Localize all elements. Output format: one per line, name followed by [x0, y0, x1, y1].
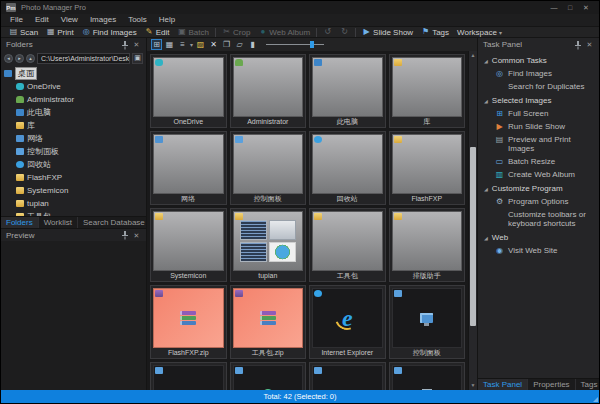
- toolbar-rotate-left[interactable]: [319, 26, 336, 38]
- close-icon[interactable]: [132, 40, 141, 49]
- task-item-search-for-duplicates[interactable]: Search for Duplicates: [478, 80, 599, 93]
- sort-button[interactable]: [177, 39, 188, 50]
- menu-images[interactable]: Images: [84, 14, 122, 26]
- slider-thumb[interactable]: [310, 41, 314, 48]
- zoom-slider[interactable]: [266, 40, 324, 49]
- menu-tools[interactable]: Tools: [122, 14, 153, 26]
- grid-item-item[interactable]: 控制面板: [389, 285, 466, 359]
- toolbar-batch[interactable]: Batch: [174, 26, 213, 38]
- grid-item-app-windows[interactable]: [150, 362, 227, 390]
- grid-item-item[interactable]: 库: [389, 54, 466, 128]
- toolbar-scan[interactable]: Scan: [5, 26, 42, 38]
- tree-item-item[interactable]: 库: [1, 119, 146, 132]
- up-button[interactable]: ▴: [26, 54, 35, 63]
- grid-item-item[interactable]: 工具包: [309, 208, 386, 282]
- grid-item-item[interactable]: 回收站: [309, 131, 386, 205]
- grid-item-flashfxp-zip[interactable]: FlashFXP.zip: [150, 285, 227, 359]
- tab-worklist[interactable]: Worklist: [39, 217, 78, 228]
- task-section-selected-images[interactable]: ◢Selected Images: [478, 93, 599, 107]
- toolbar-workspace[interactable]: Workspace▾: [453, 26, 506, 38]
- back-button[interactable]: ◂: [4, 54, 13, 63]
- grid-item-app-edge[interactable]: [230, 362, 307, 390]
- tree-item-flashfxp[interactable]: FlashFXP: [1, 171, 146, 184]
- task-item-program-options[interactable]: Program Options: [478, 195, 599, 208]
- grid-item-internet-explorer[interactable]: eInternet Explorer: [309, 285, 386, 359]
- delete-button[interactable]: [208, 39, 219, 50]
- tree-item-item[interactable]: 网络: [1, 132, 146, 145]
- resize-grip[interactable]: [593, 397, 598, 402]
- grid-item-systemicon[interactable]: Systemicon: [150, 208, 227, 282]
- tree-item-item[interactable]: 此电脑: [1, 106, 146, 119]
- tree-item-systemicon[interactable]: Systemicon: [1, 184, 146, 197]
- erase-button[interactable]: [247, 39, 258, 50]
- grid-item-tupian[interactable]: tupian: [230, 208, 307, 282]
- close-icon[interactable]: [132, 231, 141, 240]
- tree-item-administrator[interactable]: Administrator: [1, 93, 146, 106]
- task-item-preview-and-print-images[interactable]: Preview and Print Images: [478, 133, 599, 155]
- grid-item-onedrive[interactable]: OneDrive: [150, 54, 227, 128]
- pin-icon[interactable]: [575, 41, 581, 49]
- move-button[interactable]: [234, 39, 245, 50]
- toolbar-crop[interactable]: Crop: [218, 26, 254, 38]
- maximize-button[interactable]: □: [562, 1, 578, 14]
- new-folder-button[interactable]: [195, 39, 206, 50]
- tree-item-tupian[interactable]: tupian: [1, 197, 146, 210]
- toolbar-edit[interactable]: Edit: [141, 26, 174, 38]
- thumbnails-view-button[interactable]: [151, 39, 162, 50]
- toolbar-find-images[interactable]: Find Images: [78, 26, 141, 38]
- tab-tags[interactable]: Tags: [576, 379, 600, 390]
- vertical-scrollbar[interactable]: ▲ ▼: [468, 51, 477, 390]
- task-section-customize-program[interactable]: ◢Customize Program: [478, 181, 599, 195]
- grid-item-item[interactable]: 排版助手: [389, 208, 466, 282]
- task-item-batch-resize[interactable]: Batch Resize: [478, 155, 599, 168]
- tab-task-panel[interactable]: Task Panel: [478, 379, 528, 390]
- grid-item-app-fax[interactable]: [389, 362, 466, 390]
- close-button[interactable]: ✕: [578, 1, 594, 14]
- task-item-find-images[interactable]: Find Images: [478, 67, 599, 80]
- path-input[interactable]: C:\Users\Administrator\Desktop ▾: [37, 53, 130, 64]
- close-icon[interactable]: [585, 40, 594, 49]
- tab-folders[interactable]: Folders: [1, 217, 39, 228]
- toolbar-print[interactable]: Print: [42, 26, 77, 38]
- toolbar-web-album[interactable]: Web Album: [254, 26, 314, 38]
- scroll-down-icon[interactable]: ▼: [469, 381, 477, 390]
- forward-button[interactable]: ▸: [15, 54, 24, 63]
- tree-item-item[interactable]: 控制面板: [1, 145, 146, 158]
- menu-help[interactable]: Help: [153, 14, 181, 26]
- task-item-full-screen[interactable]: Full Screen: [478, 107, 599, 120]
- tree-item-item[interactable]: 桌面: [1, 67, 146, 80]
- scroll-up-icon[interactable]: ▲: [469, 51, 477, 60]
- tree-item-onedrive[interactable]: OneDrive: [1, 80, 146, 93]
- details-view-button[interactable]: [164, 39, 175, 50]
- pin-icon[interactable]: [122, 231, 128, 239]
- grid-item-zip[interactable]: 工具包.zip: [230, 285, 307, 359]
- grid-item-item[interactable]: 网络: [150, 131, 227, 205]
- grid-item-administrator[interactable]: Administrator: [230, 54, 307, 128]
- task-item-customize-toolbars-or-keyboard-shortcuts[interactable]: Customize toolbars or keyboard shortcuts: [478, 208, 599, 230]
- toolbar-rotate-right[interactable]: [336, 26, 353, 38]
- minimize-button[interactable]: —: [546, 1, 562, 14]
- menu-file[interactable]: File: [4, 14, 29, 26]
- grid-item-item[interactable]: 控制面板: [230, 131, 307, 205]
- scrollbar-thumb[interactable]: [470, 147, 476, 327]
- tab-properties[interactable]: Properties: [528, 379, 575, 390]
- task-item-run-slide-show[interactable]: Run Slide Show: [478, 120, 599, 133]
- tab-search-database[interactable]: Search Database: [78, 217, 151, 228]
- chevron-down-icon[interactable]: ▾: [190, 41, 193, 48]
- grid-item-app-ie[interactable]: e: [309, 362, 386, 390]
- task-section-common-tasks[interactable]: ◢Common Tasks: [478, 53, 599, 67]
- toolbar-tags[interactable]: Tags: [417, 26, 453, 38]
- toolbar-slide-show[interactable]: Slide Show: [358, 26, 417, 38]
- task-item-create-web-album[interactable]: Create Web Album: [478, 168, 599, 181]
- menu-edit[interactable]: Edit: [29, 14, 55, 26]
- tree-item-item[interactable]: 回收站: [1, 158, 146, 171]
- grid-item-item[interactable]: 此电脑: [309, 54, 386, 128]
- scrollbar-track[interactable]: [469, 60, 477, 381]
- grid-item-flashfxp[interactable]: FlashFXP: [389, 131, 466, 205]
- task-item-visit-web-site[interactable]: Visit Web Site: [478, 244, 599, 257]
- browse-folder-button[interactable]: ▣: [132, 53, 143, 64]
- copy-button[interactable]: [221, 39, 232, 50]
- menu-view[interactable]: View: [55, 14, 84, 26]
- task-section-web[interactable]: ◢Web: [478, 230, 599, 244]
- pin-icon[interactable]: [122, 41, 128, 49]
